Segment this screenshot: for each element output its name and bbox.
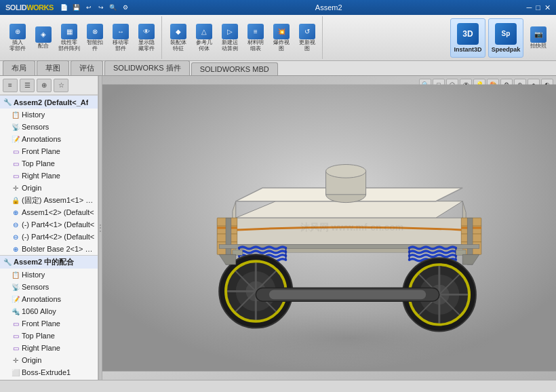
model-viewport-svg — [102, 76, 556, 380]
speedpak-icon: Sp — [495, 23, 517, 45]
tree-item[interactable]: ⊖(-) Part4<1> (Default< — [0, 218, 98, 231]
tree-item[interactable]: ⊕Bolster Base 2<1> (Default< — [0, 243, 98, 255]
qa-settings[interactable]: ⚙ — [120, 3, 131, 12]
toolbar-btn-move[interactable]: ↔ 移动零部件 — [108, 22, 133, 54]
tree-item-label: (-) Part4<2> (Default< — [22, 233, 94, 241]
toolbar-btn-show-hide[interactable]: 👁 显示隐藏零件 — [134, 22, 159, 54]
tree-item-label: Assem1<2> (Default< — [22, 208, 94, 216]
tree-item[interactable]: ⬜Boss-Extrude1 — [0, 366, 98, 378]
tree-item-label: Top Plane — [22, 332, 55, 340]
qa-new[interactable]: 📄 — [59, 3, 70, 12]
tree-item-label: 1060 Alloy — [22, 307, 56, 315]
tree-item[interactable]: 📡Sensors — [0, 121, 98, 133]
tree-item-label: Sensors — [22, 283, 49, 291]
tree-item[interactable]: 🔩1060 Alloy — [0, 305, 98, 317]
tree-item-label: Sensors — [22, 123, 49, 131]
tree-item-icon: ✛ — [11, 355, 20, 365]
tree-item[interactable]: ▭Front Plane — [0, 145, 98, 157]
toolbar-btn-ref-geometry[interactable]: △ 参考几何体 — [192, 22, 216, 54]
tree-item[interactable]: ▭Right Plane — [0, 170, 98, 182]
tree-item[interactable]: 🔧Assem2 (Default<_Af — [0, 95, 98, 109]
tree-item[interactable]: 🔒(固定) Assem1<1> (Default< — [0, 194, 98, 206]
toolbar-btn-bom[interactable]: ≡ 材料明细表 — [243, 22, 268, 54]
viewport[interactable]: 🔍 □ ⬡ 👁 💡 🎨 ⚙ ⊕ ● ◐ 沐风网 www.mf-cn.com — [102, 76, 556, 380]
tree-item[interactable]: 📝Annotations — [0, 133, 98, 145]
tab-layout[interactable]: 布局 — [3, 60, 35, 75]
fastener-label: 智能扣件 — [87, 40, 103, 52]
toolbar-btn-speedpak[interactable]: Sp Speedpak — [488, 18, 523, 58]
tree-item[interactable]: ⊕Assem1<2> (Default< — [0, 206, 98, 218]
tree-item-icon: 📋 — [11, 110, 20, 119]
tree-item-label: Origin — [22, 184, 41, 192]
close-btn[interactable]: ✕ — [544, 3, 551, 12]
tree-item-label: (固定) Assem1<1> (Default< — [22, 195, 95, 205]
tree-item[interactable]: ▭Right Plane — [0, 342, 98, 354]
tree-item-label: Assem2 (Default<_Af — [14, 98, 88, 106]
qa-save[interactable]: 💾 — [71, 3, 82, 12]
tree-item[interactable]: 📋History — [0, 269, 98, 281]
tree-item-label: History — [22, 111, 45, 119]
tree-item[interactable]: 📝Annotations — [0, 293, 98, 305]
pattern-icon: ▦ — [61, 24, 77, 39]
sidebar-tool-1[interactable]: ≡ — [3, 79, 18, 92]
tree-item-icon: 📝 — [11, 134, 20, 144]
maximize-btn[interactable]: □ — [536, 3, 540, 12]
sidebar-tool-4[interactable]: ☆ — [54, 79, 68, 92]
insert-part-icon: ⊕ — [9, 24, 26, 39]
update-icon: ↺ — [299, 24, 315, 39]
tree-item[interactable]: ✛Origin — [0, 182, 98, 194]
app-logo: SOLIDWORKS — [5, 3, 54, 12]
snapshot-label: 拍快照 — [530, 43, 547, 50]
tree-item[interactable]: ▭Front Plane — [0, 317, 98, 330]
toolbar-btn-pattern[interactable]: ▦ 线性零部件阵列 — [57, 22, 81, 54]
tree-item[interactable]: ✛Origin — [0, 354, 98, 366]
toolbar-btn-motion[interactable]: ▷ 新建运动算例 — [218, 22, 242, 54]
tree-item[interactable]: ⬜Boss-Extrude2 — [0, 378, 98, 380]
tab-sketch[interactable]: 草图 — [37, 60, 69, 75]
tree-item-label: Boss-Extrude1 — [22, 368, 71, 376]
tree-item[interactable]: ▭Top Plane — [0, 157, 98, 170]
toolbar-btn-explode[interactable]: 💥 爆炸视图 — [269, 22, 294, 54]
toolbar-btn-update[interactable]: ↺ 更新视图 — [295, 22, 319, 54]
assembly-feature-icon: ◆ — [170, 24, 186, 39]
toolbar-btn-instant3d[interactable]: 3D Instant3D — [450, 18, 485, 58]
tree-item[interactable]: 🔧Assem2 中的配合 — [0, 255, 98, 269]
sidebar-toolbar: ≡ ☰ ⊕ ☆ — [0, 76, 98, 95]
qa-undo[interactable]: ↩ — [83, 3, 94, 12]
tree-item-label: Assem2 中的配合 — [14, 257, 74, 267]
svg-marker-3 — [236, 218, 463, 244]
status-bar — [0, 380, 556, 392]
bom-icon: ≡ — [247, 24, 264, 39]
fastener-icon: ⊗ — [87, 24, 103, 39]
tree-item-label: (-) Part4<1> (Default< — [22, 220, 94, 229]
qa-search[interactable]: 🔍 — [108, 3, 119, 12]
qa-redo[interactable]: ↪ — [96, 3, 106, 12]
tree-item[interactable]: 📋History — [0, 109, 98, 121]
toolbar-btn-insert-part[interactable]: ⊕ 插入零部件 — [5, 22, 30, 54]
sidebar-tool-2[interactable]: ☰ — [20, 79, 35, 92]
sidebar-tool-3[interactable]: ⊕ — [37, 79, 52, 92]
tree-item-label: Bolster Base 2<1> (Default< — [22, 245, 95, 253]
tree-item-icon: 📝 — [11, 294, 20, 304]
mate-label: 配合 — [38, 43, 49, 50]
toolbar-btn-snapshot[interactable]: 📷 拍快照 — [526, 22, 551, 54]
tab-sw-mbd[interactable]: SOLIDWORKS MBD — [191, 62, 278, 75]
toolbar-btn-assembly-feature[interactable]: ◆ 装配体特征 — [166, 22, 191, 54]
title-bar: SOLIDWORKS 📄 💾 ↩ ↪ 🔍 ⚙ Assem2 ─ □ ✕ — [0, 0, 556, 15]
tab-evaluate[interactable]: 评估 — [71, 60, 103, 75]
tree-item[interactable]: ⊖(-) Part4<2> (Default< — [0, 231, 98, 243]
toolbar-btn-fastener[interactable]: ⊗ 智能扣件 — [83, 22, 107, 54]
minimize-btn[interactable]: ─ — [527, 3, 532, 12]
tree-item[interactable]: ▭Top Plane — [0, 330, 98, 342]
move-label: 移动零部件 — [113, 40, 129, 52]
ref-geometry-icon: △ — [196, 24, 212, 39]
tree-item-icon: 📋 — [11, 270, 20, 279]
tab-sw-plugins[interactable]: SOLIDWORKS 插件 — [104, 60, 190, 75]
svg-point-20 — [326, 165, 366, 178]
tree-item[interactable]: 📡Sensors — [0, 281, 98, 293]
toolbar-btn-mate[interactable]: ◈ 配合 — [31, 22, 56, 54]
tree-item-label: History — [22, 271, 45, 279]
feature-tree-panel: ≡ ☰ ⊕ ☆ 🔧Assem2 (Default<_Af📋History📡Sen… — [0, 76, 98, 380]
tree-item-icon: ▭ — [11, 159, 20, 168]
tree-item-icon: 🔧 — [3, 258, 12, 267]
